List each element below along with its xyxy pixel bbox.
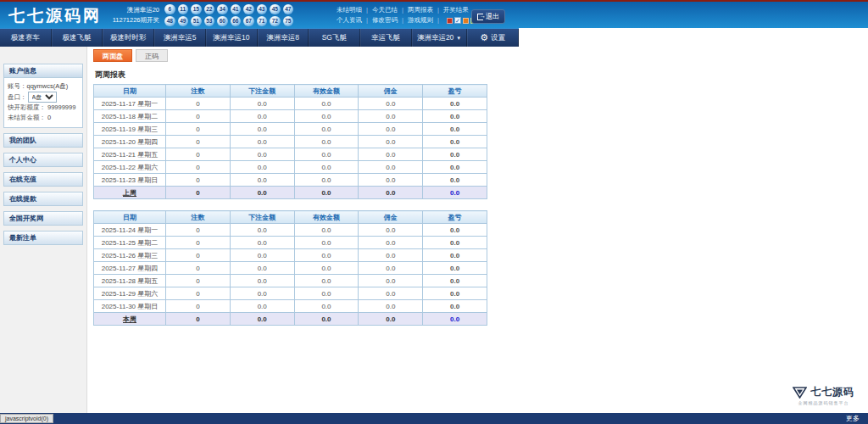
link-separator: |	[362, 15, 372, 25]
value-cell: 0.0	[359, 161, 423, 174]
logout-button[interactable]: 退出	[471, 9, 505, 24]
value-cell: 0.0	[423, 275, 487, 287]
total-row: 上周00.00.00.00.0	[94, 187, 487, 199]
header-link[interactable]: 修改密码	[372, 15, 398, 25]
table-row: 2025-11-26 星期三00.00.00.00.0	[94, 249, 487, 262]
table-row: 2025-11-21 星期五00.00.00.00.0	[94, 148, 487, 161]
lottery-ball: 22	[204, 4, 215, 15]
nav-item-current-lottery[interactable]: 澳洲幸运20 ▼	[412, 29, 467, 47]
logout-icon	[477, 14, 483, 20]
date-cell: 2025-11-18 星期二	[94, 110, 166, 123]
column-header: 下注金额	[230, 211, 294, 224]
nav-item[interactable]: 极速时时彩	[103, 29, 154, 47]
sidebar: 账户信息 账号： qqymwcs(A盘) 盘口： A盘 快开彩额度： 9	[0, 47, 87, 413]
sidebar-item[interactable]: 个人中心	[3, 153, 83, 167]
total-row: 本周00.00.00.00.0	[94, 313, 487, 326]
value-cell: 0.0	[359, 249, 423, 262]
value-cell: 0.0	[294, 136, 359, 148]
panel-select[interactable]: A盘	[28, 92, 57, 103]
total-value-cell: 0.0	[230, 313, 294, 326]
sidebar-item[interactable]: 我的团队	[3, 133, 83, 148]
lottery-ball: 49	[178, 16, 189, 27]
value-cell: 0.0	[359, 136, 423, 148]
nav-dropdown-label: 澳洲幸运20	[417, 33, 453, 43]
account-info-box: 账户信息 账号： qqymwcs(A盘) 盘口： A盘 快开彩额度： 9	[3, 64, 83, 128]
theme-color-swatch[interactable]	[447, 18, 453, 24]
value-cell: 0	[166, 161, 231, 174]
account-value: qqymwcs(A盘)	[27, 81, 69, 92]
value-cell: 0.0	[423, 110, 487, 123]
sidebar-item[interactable]: 在线提款	[3, 192, 83, 206]
value-cell: 0	[166, 110, 231, 123]
table-row: 2025-11-30 星期日00.00.00.00.0	[94, 300, 487, 313]
nav-item[interactable]: 澳洲幸运5	[154, 29, 206, 47]
nav-item[interactable]: 澳洲幸运8	[258, 29, 309, 47]
header-link[interactable]: 今天已结	[372, 5, 398, 15]
credit-label: 快开彩额度：	[8, 103, 46, 113]
value-cell: 0.0	[230, 224, 294, 237]
value-cell: 0.0	[230, 275, 294, 287]
account-row-unsettled: 未结算金额： 0	[8, 113, 80, 123]
value-cell: 0.0	[294, 300, 359, 313]
value-cell: 0.0	[230, 262, 294, 275]
table-row: 2025-11-17 星期一00.00.00.00.0	[94, 98, 487, 110]
nav-item[interactable]: 极速赛车	[0, 29, 52, 47]
header-link[interactable]: 游戏规则	[408, 15, 433, 25]
result-balls-row2: 48495153606667717275	[164, 15, 293, 27]
theme-checkbox[interactable]: ✓	[454, 17, 461, 24]
lottery-ball: 48	[164, 16, 175, 27]
lottery-ball: 43	[257, 4, 268, 15]
tab-two-sided[interactable]: 两面盘	[93, 49, 132, 62]
total-label-link[interactable]: 上周	[94, 187, 166, 199]
value-cell: 0.0	[294, 110, 359, 123]
lottery-ball: 75	[283, 16, 294, 27]
lottery-ball: 47	[283, 4, 294, 15]
value-cell: 0.0	[294, 98, 359, 110]
value-cell: 0.0	[294, 161, 359, 174]
nav-item[interactable]: 极速飞艇	[52, 29, 103, 47]
date-cell: 2025-11-21 星期五	[94, 148, 166, 161]
column-header: 注数	[166, 211, 231, 224]
date-cell: 2025-11-22 星期六	[94, 161, 166, 174]
lottery-ball: 6	[164, 4, 175, 15]
theme-color-swatch[interactable]	[463, 18, 469, 24]
value-cell: 0.0	[359, 237, 423, 249]
lottery-ball: 53	[204, 16, 215, 27]
value-cell: 0.0	[423, 287, 487, 300]
value-cell: 0.0	[359, 110, 423, 123]
result-balls-row1: 6111522344142434547	[164, 3, 293, 15]
value-cell: 0.0	[359, 98, 423, 110]
tab-standard-numbers[interactable]: 正码	[136, 49, 168, 62]
value-cell: 0.0	[423, 161, 487, 174]
lottery-ball: 72	[270, 16, 281, 27]
header-link[interactable]: 开奖结果	[443, 5, 469, 15]
link-separator: |	[362, 5, 372, 15]
sidebar-item[interactable]: 全国开奖网	[3, 211, 83, 226]
link-separator: |	[433, 15, 443, 25]
report-title: 两周报表	[95, 70, 868, 81]
value-cell: 0.0	[230, 98, 294, 110]
header-link[interactable]: 未结明细	[337, 5, 362, 15]
more-link[interactable]: 更多	[846, 414, 868, 423]
value-cell: 0.0	[294, 237, 359, 249]
nav-item[interactable]: SG飞艇	[309, 29, 360, 47]
value-cell: 0.0	[423, 174, 487, 187]
table-row: 2025-11-27 星期四00.00.00.00.0	[94, 262, 487, 275]
sidebar-item[interactable]: 在线充值	[3, 172, 83, 187]
nav-item[interactable]: 幸运飞艇	[360, 29, 412, 47]
value-cell: 0.0	[423, 262, 487, 275]
nav-item-settings[interactable]: ⚙ 设置	[467, 29, 519, 47]
browser-status-text: javascriptvoid(0)	[0, 414, 53, 423]
lottery-ball: 15	[191, 4, 202, 15]
date-cell: 2025-11-24 星期一	[94, 224, 166, 237]
draw-info: 澳洲幸运20 11271226期开奖	[100, 5, 159, 25]
nav-item[interactable]: 澳洲幸运10	[206, 29, 258, 47]
panel-label: 盘口：	[8, 92, 27, 103]
header-link[interactable]: 两周报表	[408, 5, 433, 15]
value-cell: 0.0	[359, 224, 423, 237]
header-link[interactable]: 个人资讯	[337, 15, 362, 25]
logout-label: 退出	[486, 12, 499, 21]
sidebar-item[interactable]: 最新注单	[3, 231, 83, 245]
total-label-link[interactable]: 本周	[94, 313, 166, 326]
value-cell: 0.0	[359, 148, 423, 161]
